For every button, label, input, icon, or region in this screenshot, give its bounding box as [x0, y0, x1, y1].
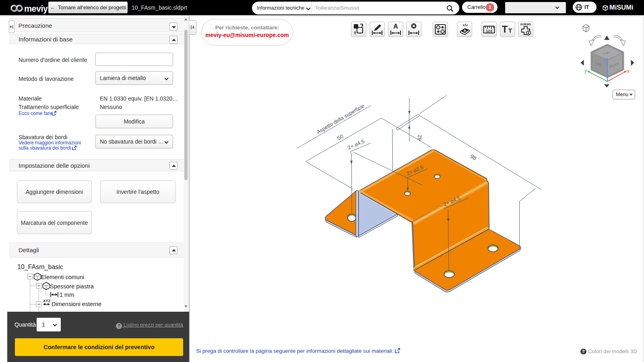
svg-text:meviy: meviy	[24, 4, 48, 14]
svg-text:Dimensioni esterne: Dimensioni esterne	[52, 301, 101, 307]
svg-text:10_FAsm_basic: 10_FAsm_basic	[17, 263, 63, 271]
svg-text:x: x	[627, 68, 630, 74]
svg-text:62: 62	[417, 135, 423, 141]
svg-text:z: z	[603, 57, 606, 62]
svg-text:XYZ: XYZ	[43, 298, 51, 303]
svg-text:y: y	[584, 68, 587, 74]
svg-text:2× ⌀4.5: 2× ⌀4.5	[347, 138, 365, 150]
svg-text:1 mm: 1 mm	[60, 292, 74, 298]
svg-text:98: 98	[469, 153, 477, 162]
svg-text:Spessore piastra: Spessore piastra	[50, 283, 94, 290]
svg-text:Aspetto della superficie: Aspetto della superficie	[316, 103, 365, 135]
svg-text:Elementi comuni: Elementi comuni	[41, 274, 84, 280]
